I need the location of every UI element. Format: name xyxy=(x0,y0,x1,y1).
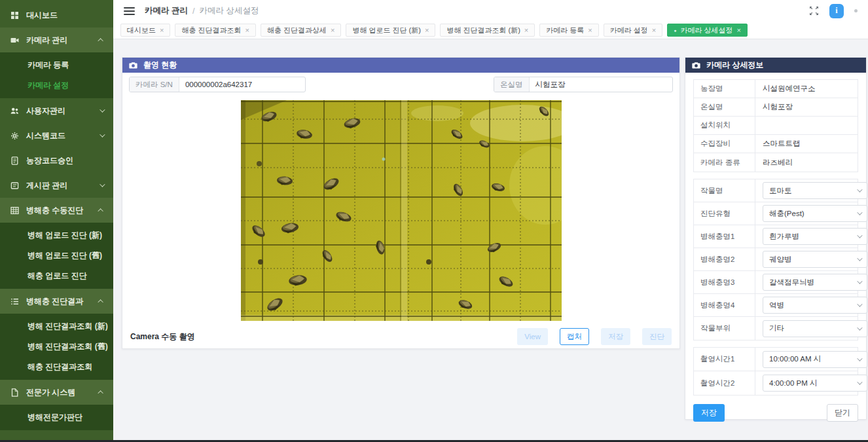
diagnosis-settings-table: 작물명 토마토 진단유형 해충(Pest) 병해충명1 흰가루병 xyxy=(693,179,858,341)
install-location-value xyxy=(755,117,858,134)
tab-dashboard[interactable]: 대시보드 × xyxy=(120,24,170,37)
sidebar-item-label: 대시보드 xyxy=(26,10,103,21)
sidebar-item-dashboard[interactable]: 대시보드 xyxy=(0,3,113,28)
capture-panel: 촬영 현황 카메라 S/N 000000002a642317 온실명 시험포장 xyxy=(122,57,680,349)
sidebar-item-label: 카메라 관리 xyxy=(26,35,92,46)
detail-panel-title: 카메라 상세정보 xyxy=(706,60,763,71)
close-icon[interactable]: × xyxy=(737,26,741,34)
sidebar-item-disease-results-new[interactable]: 병해 진단결과조회 (新) xyxy=(0,316,113,337)
chevron-down-icon xyxy=(857,278,862,284)
pest-name-2-select[interactable]: 궤양병 xyxy=(763,251,867,268)
table-row: 병해충명4 역병 xyxy=(694,294,858,317)
greenhouse-input[interactable]: 시험포장 xyxy=(530,77,673,92)
sidebar-item-expert-system[interactable]: 전문가 시스템 xyxy=(0,380,113,405)
sidebar-item-board-management[interactable]: 게시판 관리 xyxy=(0,173,113,198)
greenhouse-name-value: 시험포장 xyxy=(755,98,858,116)
greenhouse-label: 온실명 xyxy=(494,77,530,92)
video-camera-icon xyxy=(10,35,19,45)
table-row: 작물부위 기타 xyxy=(694,317,858,340)
chevron-up-icon xyxy=(98,299,103,304)
sidebar-item-farm-code-approval[interactable]: 농장코드승인 xyxy=(0,148,113,173)
sidebar-item-disease-upload-old[interactable]: 병해 업로드 진단 (舊) xyxy=(0,246,113,266)
users-icon xyxy=(10,106,19,115)
view-button[interactable]: View xyxy=(517,328,548,345)
sidebar-item-pest-results[interactable]: 해충 진단결과조회 xyxy=(0,357,113,377)
crop-part-select[interactable]: 기타 xyxy=(763,320,867,337)
tab-camera-detail-settings[interactable]: ● 카메라 상세설정 × xyxy=(667,24,748,37)
chevron-up-icon xyxy=(98,38,103,43)
chevron-up-icon xyxy=(98,208,103,213)
tab-disease-results-new[interactable]: 병해 진단결과조회 (新) × xyxy=(440,24,535,37)
sidebar-item-diagnosis-results[interactable]: 병해충 진단결과 xyxy=(0,289,113,314)
tab-pest-results[interactable]: 해충 진단결과조회 × xyxy=(175,24,256,37)
chevron-up-icon xyxy=(98,390,103,396)
table-row: 촬영시간2 4:00:00 PM 시 xyxy=(694,371,858,395)
tab-disease-upload-new[interactable]: 병해 업로드 진단 (新) × xyxy=(346,24,435,37)
tab-pest-result-detail[interactable]: 해충 진단결과상세 × xyxy=(261,24,342,37)
close-icon[interactable]: × xyxy=(331,26,335,34)
sidebar-item-user-management[interactable]: 사용자관리 xyxy=(0,98,113,123)
sidebar-item-pest-manual-diagnosis[interactable]: 병해충 수동진단 xyxy=(0,198,113,223)
sidebar-item-label: 농장코드승인 xyxy=(26,155,103,166)
table-row: 수집장비 스마트트랩 xyxy=(694,135,858,153)
breadcrumb-section[interactable]: 카메라 관리 xyxy=(145,5,188,16)
sidebar-item-camera-register[interactable]: 카메라 등록 xyxy=(0,55,113,75)
diagnosis-type-select[interactable]: 해충(Pest) xyxy=(763,205,867,222)
chevron-down-icon xyxy=(857,210,862,215)
sidebar-item-disease-upload-new[interactable]: 병해 업로드 진단 (新) xyxy=(0,225,113,246)
pest-name-4-select[interactable]: 역병 xyxy=(763,297,867,314)
breadcrumb: 카메라 관리 / 카메라 상세설정 xyxy=(145,5,259,16)
sidebar-submenu-expert: 병해전문가판단 xyxy=(0,405,113,430)
tab-camera-settings[interactable]: 카메라 설정 × xyxy=(604,24,663,37)
close-icon[interactable]: × xyxy=(425,26,429,34)
camera-icon xyxy=(692,61,700,69)
table-row: 병해충명2 궤양병 xyxy=(694,248,858,271)
document-icon xyxy=(10,156,19,165)
manual-capture-label: Camera 수동 촬영 xyxy=(130,331,195,342)
sidebar-item-disease-expert-judgement[interactable]: 병해전문가판단 xyxy=(0,407,113,428)
sidebar-item-label: 시스템코드 xyxy=(26,130,92,141)
sidebar-item-pest-upload[interactable]: 해충 업로드 진단 xyxy=(0,266,113,286)
close-icon[interactable]: × xyxy=(245,26,249,34)
close-icon[interactable]: × xyxy=(524,26,528,34)
sidebar-item-disease-results-old[interactable]: 병해 진단결과조회 (舊) xyxy=(0,337,113,357)
close-icon[interactable]: × xyxy=(652,26,656,34)
app-window: 대시보드 카메라 관리 카메라 등록 카메라 설정 사용자관리 시스템코드 xyxy=(0,0,868,442)
tab-bar: 대시보드 × 해충 진단결과조회 × 해충 진단결과상세 × 병해 업로드 진단… xyxy=(113,22,868,39)
main-area: 카메라 관리 / 카메라 상세설정 i 대시보드 × 해충 진 xyxy=(113,0,868,442)
camera-sn-field: 카메라 S/N 000000002a642317 xyxy=(129,77,306,92)
menu-toggle-icon[interactable] xyxy=(124,7,135,15)
sidebar-item-camera-settings[interactable]: 카메라 설정 xyxy=(0,75,113,96)
sidebar: 대시보드 카메라 관리 카메라 등록 카메라 설정 사용자관리 시스템코드 xyxy=(0,0,113,442)
table-row: 병해충명3 갈색점무늬병 xyxy=(694,271,858,294)
close-icon[interactable]: × xyxy=(160,26,164,34)
table-row: 설치위치 xyxy=(694,117,858,135)
topbar: 카메라 관리 / 카메라 상세설정 i xyxy=(113,0,868,22)
chevron-down-icon xyxy=(857,255,862,261)
sidebar-item-camera-management[interactable]: 카메라 관리 xyxy=(0,28,113,52)
crop-name-select[interactable]: 토마토 xyxy=(763,182,867,199)
capture-panel-header: 촬영 현황 xyxy=(122,58,679,73)
chevron-down-icon xyxy=(99,181,105,187)
camera-sn-input[interactable]: 000000002a642317 xyxy=(179,77,305,92)
tab-camera-register[interactable]: 카메라 등록 × xyxy=(539,24,599,37)
capture-button[interactable]: 캡처 xyxy=(560,328,589,345)
diagnose-button[interactable]: 진단 xyxy=(642,328,672,345)
chevron-down-icon xyxy=(857,187,862,192)
fullscreen-icon[interactable] xyxy=(809,6,819,16)
pest-name-3-select[interactable]: 갈색점무늬병 xyxy=(763,274,867,291)
save-capture-button[interactable]: 저장 xyxy=(601,328,630,345)
message-icon[interactable]: i xyxy=(829,4,844,18)
close-button[interactable]: 닫기 xyxy=(827,404,858,422)
save-button[interactable]: 저장 xyxy=(693,404,725,422)
close-icon[interactable]: × xyxy=(588,26,592,34)
pest-name-1-select[interactable]: 흰가루병 xyxy=(763,228,867,245)
sidebar-item-system-code[interactable]: 시스템코드 xyxy=(0,123,113,148)
table-row: 카메라 종류 라즈베리 xyxy=(694,153,858,172)
table-row: 농장명 시설원예연구소 xyxy=(694,80,858,98)
avatar[interactable] xyxy=(854,9,858,12)
chevron-down-icon xyxy=(857,356,862,361)
capture-time-1-select[interactable]: 10:00:00 AM 시 xyxy=(763,351,867,368)
capture-time-2-select[interactable]: 4:00:00 PM 시 xyxy=(763,375,867,392)
table-row: 온실명 시험포장 xyxy=(694,98,858,117)
